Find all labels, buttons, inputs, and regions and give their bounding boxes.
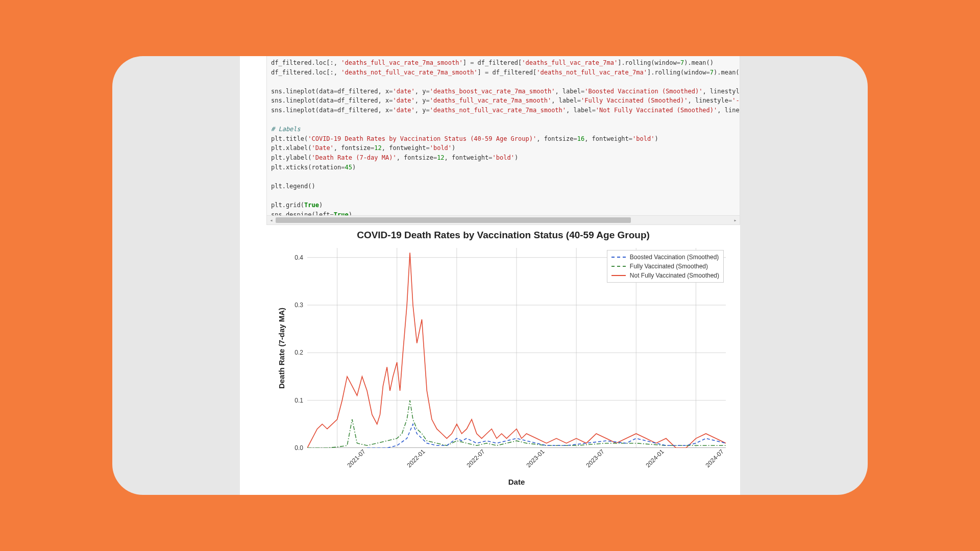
scroll-left-icon[interactable]: ◂ xyxy=(267,216,276,224)
legend-swatch xyxy=(611,266,626,267)
code-cell[interactable]: df_filtered.loc[:, 'deaths_full_vac_rate… xyxy=(266,56,740,225)
horizontal-scrollbar[interactable]: ◂ ▸ xyxy=(267,215,740,224)
legend-entry: Fully Vaccinated (Smoothed) xyxy=(611,262,719,271)
plot-title: COVID-19 Death Rates by Vaccination Stat… xyxy=(266,230,740,241)
legend-entry: Boosted Vaccination (Smoothed) xyxy=(611,253,719,262)
ytick-label: 0.1 xyxy=(295,397,303,404)
plot-axes: 0.00.10.20.30.42021-072022-012022-072023… xyxy=(307,248,726,448)
xtick-label: 2023-01 xyxy=(525,448,546,469)
xtick-label: 2024-07 xyxy=(704,448,725,469)
xtick-label: 2022-07 xyxy=(465,448,486,469)
ytick-label: 0.4 xyxy=(295,254,303,261)
plot-legend: Boosted Vaccination (Smoothed)Fully Vacc… xyxy=(607,250,724,283)
xtick-label: 2023-07 xyxy=(585,448,606,469)
plot-output: COVID-19 Death Rates by Vaccination Stat… xyxy=(266,227,740,495)
code-text[interactable]: df_filtered.loc[:, 'deaths_full_vac_rate… xyxy=(267,56,740,225)
plot-ylabel: Death Rate (7-day MA) xyxy=(277,248,287,448)
legend-label: Not Fully Vaccinated (Smoothed) xyxy=(630,272,719,279)
legend-entry: Not Fully Vaccinated (Smoothed) xyxy=(611,271,719,280)
legend-label: Boosted Vaccination (Smoothed) xyxy=(630,254,719,261)
legend-swatch xyxy=(611,275,626,276)
xtick-label: 2024-01 xyxy=(645,448,666,469)
ytick-label: 0.0 xyxy=(295,444,303,452)
xtick-label: 2022-01 xyxy=(405,448,426,469)
legend-swatch xyxy=(611,257,626,258)
notebook-gutter xyxy=(240,56,266,495)
ytick-label: 0.3 xyxy=(295,302,303,309)
scroll-right-icon[interactable]: ▸ xyxy=(731,216,740,224)
legend-label: Fully Vaccinated (Smoothed) xyxy=(630,263,708,270)
window-frame: df_filtered.loc[:, 'deaths_full_vac_rate… xyxy=(112,56,868,495)
scroll-thumb[interactable] xyxy=(276,217,631,223)
scroll-track[interactable] xyxy=(276,217,731,223)
xtick-label: 2021-07 xyxy=(346,448,366,469)
ytick-label: 0.2 xyxy=(295,349,303,356)
notebook-panel: df_filtered.loc[:, 'deaths_full_vac_rate… xyxy=(240,56,740,495)
plot-xlabel: Date xyxy=(307,478,726,486)
